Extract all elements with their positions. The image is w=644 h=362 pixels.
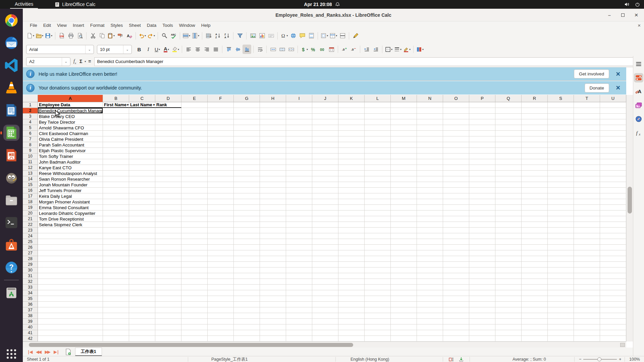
cell-H40[interactable]	[260, 324, 286, 330]
cell-S38[interactable]	[548, 313, 574, 319]
cell-P31[interactable]	[469, 273, 495, 279]
cell-F28[interactable]	[208, 256, 234, 262]
row-header-13[interactable]: 13	[23, 171, 38, 176]
cell-N35[interactable]	[417, 296, 443, 302]
cell-N27[interactable]	[417, 250, 443, 256]
cell-E2[interactable]	[181, 108, 208, 114]
cell-A4[interactable]: Bey Twice Director	[38, 119, 103, 125]
cell-A15[interactable]: Jonah Mountain Founder	[38, 182, 103, 188]
cell-R13[interactable]	[522, 171, 548, 176]
cell-G3[interactable]	[234, 114, 260, 119]
cell-A5[interactable]: Arnold Shawarma CFO	[38, 125, 103, 131]
cell-U6[interactable]	[600, 131, 626, 136]
menu-styles[interactable]: Styles	[108, 22, 126, 28]
cell-Q25[interactable]	[495, 239, 522, 245]
cell-M26[interactable]	[391, 245, 417, 250]
cell-J6[interactable]	[312, 131, 338, 136]
cell-R1[interactable]	[522, 102, 548, 108]
cell-O40[interactable]	[443, 324, 469, 330]
cell-Q14[interactable]	[495, 176, 522, 182]
cell-E12[interactable]	[181, 165, 208, 171]
cell-G27[interactable]	[234, 250, 260, 256]
zoom-out-icon[interactable]: −	[579, 357, 581, 362]
cell-E14[interactable]	[181, 176, 208, 182]
new-document-icon[interactable]: ▾	[26, 31, 35, 41]
cell-F9[interactable]	[208, 148, 234, 154]
cell-D42[interactable]	[155, 336, 181, 342]
cell-I21[interactable]	[286, 216, 312, 222]
sidebar-functions-icon[interactable]: fx	[634, 128, 643, 137]
cell-J14[interactable]	[312, 176, 338, 182]
cell-C34[interactable]	[129, 290, 155, 296]
cell-A11[interactable]: John Badman Auditor	[38, 159, 103, 165]
increase-indent-icon[interactable]	[362, 45, 371, 54]
cell-C20[interactable]	[129, 210, 155, 216]
cell-I2[interactable]	[286, 108, 312, 114]
cell-O1[interactable]	[443, 102, 469, 108]
cell-G18[interactable]	[234, 199, 260, 205]
cell-Q27[interactable]	[495, 250, 522, 256]
cell-D41[interactable]	[155, 330, 181, 336]
cell-E23[interactable]	[181, 228, 208, 233]
cell-S40[interactable]	[548, 324, 574, 330]
cell-K21[interactable]	[338, 216, 365, 222]
cell-C23[interactable]	[129, 228, 155, 233]
cell-U38[interactable]	[600, 313, 626, 319]
cell-J21[interactable]	[312, 216, 338, 222]
cell-E13[interactable]	[181, 171, 208, 176]
cell-B33[interactable]	[103, 285, 129, 290]
cell-O25[interactable]	[443, 239, 469, 245]
cell-P20[interactable]	[469, 210, 495, 216]
cell-J16[interactable]	[312, 188, 338, 193]
cell-M27[interactable]	[391, 250, 417, 256]
cell-J24[interactable]	[312, 233, 338, 239]
cell-S1[interactable]	[548, 102, 574, 108]
cell-N25[interactable]	[417, 239, 443, 245]
row-header-28[interactable]: 28	[23, 256, 38, 262]
cell-L4[interactable]	[365, 119, 391, 125]
cell-G7[interactable]	[234, 136, 260, 142]
cell-H34[interactable]	[260, 290, 286, 296]
cell-B34[interactable]	[103, 290, 129, 296]
cell-U8[interactable]	[600, 142, 626, 148]
cell-B30[interactable]	[103, 267, 129, 273]
cell-F42[interactable]	[208, 336, 234, 342]
cell-Q38[interactable]	[495, 313, 522, 319]
cell-C14[interactable]	[129, 176, 155, 182]
cell-G20[interactable]	[234, 210, 260, 216]
cell-K28[interactable]	[338, 256, 365, 262]
cell-K12[interactable]	[338, 165, 365, 171]
cell-T39[interactable]	[574, 319, 600, 324]
cell-U5[interactable]	[600, 125, 626, 131]
cell-S37[interactable]	[548, 307, 574, 313]
cell-S5[interactable]	[548, 125, 574, 131]
cell-Q16[interactable]	[495, 188, 522, 193]
cell-U33[interactable]	[600, 285, 626, 290]
cell-H41[interactable]	[260, 330, 286, 336]
cell-I26[interactable]	[286, 245, 312, 250]
menu-file[interactable]: File	[27, 22, 40, 28]
row-header-33[interactable]: 33	[23, 285, 38, 290]
column-header-F[interactable]: F	[208, 95, 234, 102]
cell-R5[interactable]	[522, 125, 548, 131]
cell-L30[interactable]	[365, 267, 391, 273]
cell-G35[interactable]	[234, 296, 260, 302]
cell-S9[interactable]	[548, 148, 574, 154]
row-header-34[interactable]: 34	[23, 290, 38, 296]
cell-M40[interactable]	[391, 324, 417, 330]
merge-cells-icon[interactable]	[278, 45, 286, 54]
cell-D7[interactable]	[155, 136, 181, 142]
cell-N19[interactable]	[417, 205, 443, 210]
cell-S24[interactable]	[548, 233, 574, 239]
cell-K23[interactable]	[338, 228, 365, 233]
cell-P39[interactable]	[469, 319, 495, 324]
cell-B8[interactable]	[103, 142, 129, 148]
cell-I33[interactable]	[286, 285, 312, 290]
cell-K5[interactable]	[338, 125, 365, 131]
align-center-icon[interactable]	[193, 45, 202, 54]
cell-B9[interactable]	[103, 148, 129, 154]
cell-A9[interactable]: Elijah Plastic Supervisor	[38, 148, 103, 154]
cell-C36[interactable]	[129, 302, 155, 307]
cell-Q3[interactable]	[495, 114, 522, 119]
chevron-down-icon[interactable]: ⌄	[123, 45, 131, 54]
